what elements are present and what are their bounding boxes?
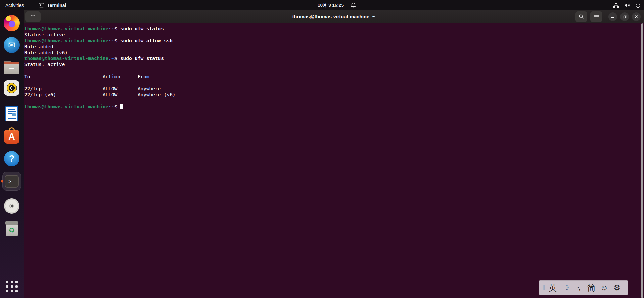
scrollbar-thumb[interactable] xyxy=(641,23,643,298)
focused-app-name: Terminal xyxy=(47,3,66,8)
rhythmbox-icon xyxy=(4,80,19,96)
thunderbird-icon: ✉ xyxy=(4,37,20,53)
clock-menu[interactable]: 10月 3 16:25 xyxy=(318,0,356,10)
ubuntu-software-icon: A xyxy=(4,130,19,144)
dock-item-cd-disc[interactable] xyxy=(3,197,20,215)
volume-icon xyxy=(624,3,630,8)
app-grid-icon xyxy=(6,281,18,292)
help-icon: ? xyxy=(4,151,19,166)
terminal-window: thomas@thomas-virtual-machine: ~ xyxy=(24,10,644,298)
running-indicator-dot xyxy=(1,180,3,183)
minimize-button[interactable] xyxy=(608,12,617,21)
dock-item-files[interactable] xyxy=(3,60,20,77)
firefox-icon xyxy=(4,15,20,31)
power-icon xyxy=(635,3,641,8)
network-wired-icon xyxy=(613,3,619,8)
restore-button[interactable] xyxy=(620,12,629,21)
notification-bell-icon xyxy=(351,2,356,8)
im-fullwidth-moon-button[interactable]: ☽ xyxy=(559,284,572,292)
input-method-panel: ‖ 英 ☽ ·, 简 ☺ ⚙ xyxy=(539,280,628,295)
dock-item-trash[interactable]: ♻ xyxy=(3,220,20,238)
im-lang-mode-button[interactable]: 英 xyxy=(546,284,559,292)
dock: ✉ A ? xyxy=(0,10,24,298)
focused-app-indicator[interactable]: Terminal xyxy=(39,3,66,8)
im-punctuation-button[interactable]: ·, xyxy=(572,284,585,291)
close-button[interactable] xyxy=(632,12,641,21)
new-tab-button[interactable] xyxy=(25,11,41,22)
dock-item-terminal[interactable]: >_ xyxy=(2,172,21,191)
dock-item-rhythmbox[interactable] xyxy=(3,79,20,97)
scrollbar xyxy=(641,23,643,298)
dock-item-firefox[interactable] xyxy=(3,14,20,32)
terminal-output: thomas@thomas-virtual-machine:~$ sudo uf… xyxy=(24,26,176,110)
terminal-icon: >_ xyxy=(5,175,19,188)
clock-label: 10月 3 16:25 xyxy=(318,2,344,8)
terminal-app-icon xyxy=(39,3,44,8)
cd-disc-icon xyxy=(4,198,19,214)
activities-button[interactable]: Activities xyxy=(0,0,29,10)
im-simplified-chinese-button[interactable]: 简 xyxy=(585,284,598,292)
search-button[interactable] xyxy=(575,11,587,22)
files-icon xyxy=(4,62,19,74)
libreoffice-writer-icon xyxy=(5,106,18,121)
window-title: thomas@thomas-virtual-machine: ~ xyxy=(292,14,375,19)
show-applications-button[interactable] xyxy=(3,278,20,295)
im-emoji-button[interactable]: ☺ xyxy=(598,284,610,292)
dock-item-thunderbird[interactable]: ✉ xyxy=(3,36,20,54)
system-menu[interactable] xyxy=(613,0,641,10)
desktop: Activities Terminal 10月 3 16:25 xyxy=(0,0,644,298)
im-drag-handle[interactable]: ‖ xyxy=(541,284,546,292)
headerbar: thomas@thomas-virtual-machine: ~ xyxy=(24,10,644,23)
dock-separator xyxy=(5,170,18,170)
top-bar: Activities Terminal 10月 3 16:25 xyxy=(0,0,644,10)
dock-item-libreoffice-writer[interactable] xyxy=(3,105,20,122)
terminal-screen[interactable]: thomas@thomas-virtual-machine:~$ sudo uf… xyxy=(24,23,644,298)
trash-icon: ♻ xyxy=(5,221,18,236)
im-settings-button[interactable]: ⚙ xyxy=(611,284,624,292)
menu-button[interactable] xyxy=(590,11,602,22)
dock-item-ubuntu-software[interactable]: A xyxy=(3,127,20,144)
dock-item-help[interactable]: ? xyxy=(3,150,20,167)
